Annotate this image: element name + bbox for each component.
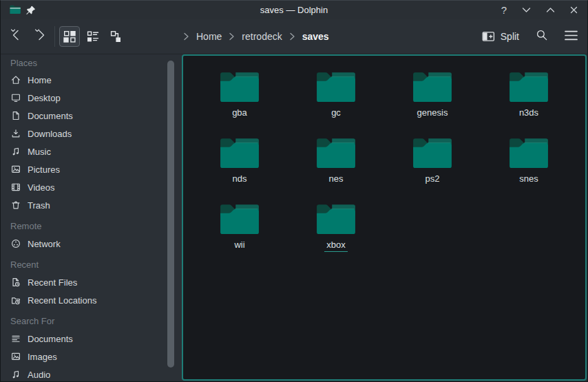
folder-icon bbox=[411, 68, 454, 104]
folder-label: nes bbox=[327, 173, 346, 185]
folder-item[interactable]: xbox bbox=[288, 194, 384, 260]
sidebar-item-label: Desktop bbox=[28, 93, 61, 103]
sidebar-item-label: Home bbox=[28, 75, 52, 85]
sidebar-item-label: Trash bbox=[28, 200, 50, 211]
sidebar-item-documents[interactable]: Documents bbox=[1, 107, 182, 125]
sidebar-item-pictures[interactable]: Pictures bbox=[1, 160, 182, 178]
breadcrumb-retrodeck[interactable]: retrodeck bbox=[242, 31, 282, 42]
folder-item[interactable]: snes bbox=[481, 128, 577, 194]
sidebar-item-label: Recent Files bbox=[28, 277, 77, 288]
sidebar-item-label: Network bbox=[28, 239, 61, 249]
music-note-icon bbox=[10, 146, 21, 157]
sidebar-item-downloads[interactable]: Downloads bbox=[1, 125, 182, 142]
section-header-recent: Recent bbox=[1, 255, 182, 273]
compact-view-button[interactable] bbox=[83, 26, 103, 47]
toolbar: Home retrodeck saves Split bbox=[1, 19, 587, 54]
folder-item[interactable]: gba bbox=[191, 62, 288, 128]
sidebar-item-label: Audio bbox=[28, 370, 50, 380]
video-icon bbox=[10, 182, 21, 193]
minimize-button[interactable] bbox=[522, 7, 531, 13]
trash-icon bbox=[10, 200, 21, 211]
breadcrumb-current[interactable]: saves bbox=[302, 31, 329, 42]
folder-icon bbox=[315, 134, 357, 170]
sidebar-item-music[interactable]: Music bbox=[1, 142, 182, 160]
folder-label: gc bbox=[329, 107, 343, 119]
close-button[interactable] bbox=[570, 6, 578, 14]
sidebar-item-network[interactable]: Network bbox=[1, 235, 182, 253]
breadcrumb: Home retrodeck saves bbox=[183, 19, 329, 54]
folder-view: gba gc bbox=[182, 54, 587, 381]
download-icon bbox=[10, 128, 21, 139]
hamburger-menu-button[interactable] bbox=[565, 30, 578, 43]
window-title: saves — Dolphin bbox=[1, 1, 587, 19]
details-view-icon bbox=[110, 30, 123, 43]
details-view-button[interactable] bbox=[106, 26, 127, 47]
section-remote: Remote Network bbox=[1, 217, 182, 253]
folder-icon bbox=[507, 134, 550, 170]
back-button[interactable] bbox=[6, 28, 27, 47]
folder-item[interactable]: n3ds bbox=[481, 62, 577, 128]
split-label: Split bbox=[501, 31, 519, 42]
sidebar-item-label: Pictures bbox=[28, 165, 60, 175]
sidebar-item-videos[interactable]: Videos bbox=[1, 178, 182, 196]
sidebar-item-trash[interactable]: Trash bbox=[1, 196, 182, 214]
folder-item[interactable]: nes bbox=[288, 128, 384, 194]
folder-label: xbox bbox=[324, 240, 347, 252]
dolphin-window: saves — Dolphin ? bbox=[0, 0, 588, 382]
folder-icon bbox=[315, 68, 357, 104]
recent-files-icon bbox=[10, 277, 21, 288]
folder-item[interactable]: ps2 bbox=[384, 128, 481, 194]
breadcrumb-home[interactable]: Home bbox=[196, 31, 222, 42]
sidebar-item-home[interactable]: Home bbox=[1, 71, 182, 89]
folder-label: genesis bbox=[415, 107, 450, 119]
sidebar-item-recent-locations[interactable]: Recent Locations bbox=[1, 291, 182, 309]
folder-item[interactable]: genesis bbox=[384, 62, 481, 128]
folder-icon bbox=[218, 200, 261, 236]
text-lines-icon bbox=[10, 333, 21, 344]
sidebar-item-label: Music bbox=[28, 147, 51, 157]
folder-label: gba bbox=[230, 107, 249, 119]
compact-view-icon bbox=[87, 30, 99, 43]
toolbar-separator bbox=[54, 26, 55, 47]
folder-item[interactable]: wii bbox=[191, 194, 288, 260]
split-view-icon bbox=[482, 30, 495, 43]
maximize-button[interactable] bbox=[546, 7, 555, 13]
titlebar: saves — Dolphin ? bbox=[1, 1, 587, 19]
forward-dropdown-icon bbox=[34, 29, 40, 32]
chevron-right-icon bbox=[183, 32, 189, 41]
folder-item[interactable]: gc bbox=[288, 62, 384, 128]
sidebar-item-label: Documents bbox=[28, 334, 73, 344]
section-header-search-for: Search For bbox=[1, 312, 182, 330]
section-search-for: Search For Documents Images Audio bbox=[1, 312, 182, 381]
network-icon bbox=[10, 238, 21, 249]
search-button[interactable] bbox=[536, 29, 548, 44]
split-button[interactable]: Split bbox=[482, 30, 519, 43]
folder-label: nds bbox=[231, 173, 249, 185]
sidebar-item-recent-files[interactable]: Recent Files bbox=[1, 273, 182, 291]
sidebar-scrollbar[interactable] bbox=[167, 61, 174, 368]
folder-icon bbox=[218, 134, 261, 170]
section-places: Places Home Desktop Documents Downloads bbox=[1, 54, 182, 214]
back-dropdown-icon bbox=[10, 29, 16, 32]
forward-button[interactable] bbox=[30, 28, 51, 47]
image-icon bbox=[10, 351, 21, 362]
icons-view-button[interactable] bbox=[59, 26, 80, 47]
sidebar-item-label: Downloads bbox=[28, 129, 72, 139]
folder-item[interactable]: nds bbox=[191, 128, 288, 194]
sidebar-item-label: Images bbox=[28, 352, 57, 362]
places-panel: Places Home Desktop Documents Downloads bbox=[1, 54, 182, 381]
folder-grid: gba gc bbox=[183, 56, 587, 260]
document-icon bbox=[10, 110, 21, 121]
sidebar-item-search-images[interactable]: Images bbox=[1, 348, 182, 365]
sidebar-item-search-audio[interactable]: Audio bbox=[1, 365, 182, 381]
sidebar-item-desktop[interactable]: Desktop bbox=[1, 89, 182, 107]
picture-icon bbox=[10, 164, 21, 175]
section-recent: Recent Recent Files Recent Locations bbox=[1, 255, 182, 309]
home-icon bbox=[10, 74, 21, 85]
icons-view-icon bbox=[63, 30, 76, 43]
section-header-places: Places bbox=[1, 54, 182, 71]
help-button[interactable]: ? bbox=[501, 5, 507, 15]
sidebar-item-search-documents[interactable]: Documents bbox=[1, 330, 182, 348]
hamburger-icon bbox=[565, 30, 578, 41]
recent-locations-icon bbox=[10, 295, 21, 306]
